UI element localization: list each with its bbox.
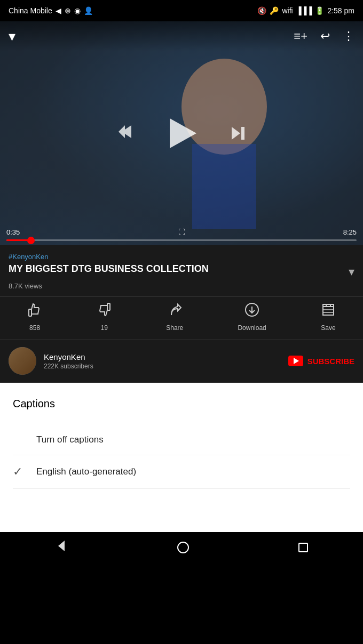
turn-off-caption-label: Turn off captions	[36, 434, 104, 445]
video-player[interactable]: ▾ ≡+ ↩ ⋮ 0:35 ⛶ 8:25	[0, 21, 363, 245]
progress-fill	[6, 239, 31, 241]
mute-icon: 🔇	[257, 6, 266, 15]
caption-turn-off[interactable]: Turn off captions	[13, 425, 350, 455]
thumbs-up-icon	[27, 302, 42, 321]
english-caption-label: English (auto-generated)	[36, 466, 136, 477]
download-icon	[244, 302, 259, 321]
channel-row: KenyonKen 222K subscribers SUBSCRIBE	[0, 340, 363, 383]
bottom-nav	[0, 532, 363, 563]
status-left: China Mobile ◀ ⊛ ◉ 👤	[9, 6, 93, 15]
save-button[interactable]: Save	[321, 302, 336, 332]
key-icon: 🔑	[270, 6, 279, 15]
share-label: Share	[166, 324, 183, 332]
like-button[interactable]: 858	[27, 302, 42, 332]
recents-button[interactable]	[286, 538, 321, 557]
msg-icon: ◉	[74, 6, 81, 15]
youtube-logo	[288, 356, 303, 366]
time-labels: 0:35 ⛶ 8:25	[6, 228, 357, 236]
svg-rect-4	[107, 303, 110, 310]
back-button[interactable]	[42, 535, 81, 560]
channel-avatar[interactable]	[9, 347, 36, 375]
svg-marker-0	[119, 125, 131, 138]
wechat-icon: ⊛	[65, 6, 71, 15]
share-button[interactable]: Share	[166, 302, 183, 332]
avatar-image	[9, 347, 36, 375]
total-time: 8:25	[343, 228, 357, 236]
expand-icon[interactable]: ▾	[342, 265, 354, 279]
thumbs-down-icon	[97, 302, 112, 321]
action-row: 858 19 Share Download	[0, 297, 363, 340]
save-label: Save	[321, 324, 335, 332]
view-count: 8.7K views	[9, 282, 354, 290]
home-circle	[177, 542, 189, 553]
video-title: MY BIGGEST DTG BUSINESS COLLECTION	[9, 263, 342, 275]
channel-subscribers: 222K subscribers	[44, 363, 288, 370]
more-options-icon[interactable]: ⋮	[343, 29, 354, 43]
home-button[interactable]	[164, 537, 202, 558]
carrier-text: China Mobile	[9, 6, 52, 15]
share-icon[interactable]: ↩	[320, 29, 330, 43]
skip-next-button[interactable]	[230, 125, 247, 142]
video-time-bar: 0:35 ⛶ 8:25	[0, 228, 363, 245]
chevron-down-icon[interactable]: ▾	[9, 28, 15, 45]
clock: 2:58 pm	[327, 6, 354, 15]
download-button[interactable]: Download	[238, 302, 266, 332]
nav-send-icon: ◀	[56, 6, 61, 15]
status-right: 🔇 🔑 wifi ▐▐▐ 🔋 2:58 pm	[257, 6, 354, 15]
checkmark-icon: ✓	[13, 465, 30, 479]
add-to-queue-icon[interactable]: ≡+	[294, 29, 307, 43]
battery-icon: 🔋	[315, 6, 324, 15]
progress-dot	[27, 237, 35, 244]
dislike-button[interactable]: 19	[97, 302, 112, 332]
playback-controls	[116, 117, 247, 149]
channel-name[interactable]: KenyonKen	[44, 352, 288, 361]
current-time: 0:35	[6, 228, 20, 236]
save-icon	[321, 302, 336, 321]
video-top-right-icons: ≡+ ↩ ⋮	[294, 29, 354, 43]
play-button[interactable]	[165, 117, 198, 149]
channel-info: KenyonKen 222K subscribers	[44, 352, 288, 370]
captions-title: Captions	[13, 398, 350, 410]
signal-icon: ▐▐▐	[296, 6, 312, 15]
svg-rect-2	[241, 127, 244, 140]
captions-sheet: Captions Turn off captions ✓ English (au…	[0, 383, 363, 532]
svg-marker-1	[232, 127, 240, 140]
dislike-count: 19	[100, 324, 107, 332]
progress-track[interactable]	[6, 239, 357, 241]
video-title-row: MY BIGGEST DTG BUSINESS COLLECTION ▾	[9, 263, 354, 279]
wifi-icon: wifi	[282, 6, 293, 15]
video-info-section: #KenyonKen MY BIGGEST DTG BUSINESS COLLE…	[0, 245, 363, 297]
video-top-bar: ▾ ≡+ ↩ ⋮	[0, 21, 363, 51]
fullscreen-icon[interactable]: ⛶	[178, 228, 185, 236]
avatar-icon: 👤	[84, 6, 93, 15]
download-label: Download	[238, 324, 266, 332]
share-icon-action	[167, 302, 182, 321]
yt-play-icon	[294, 358, 299, 364]
status-bar: China Mobile ◀ ⊛ ◉ 👤 🔇 🔑 wifi ▐▐▐ 🔋 2:58…	[0, 0, 363, 21]
channel-tag[interactable]: #KenyonKen	[9, 253, 354, 261]
subscribe-label: SUBSCRIBE	[307, 357, 354, 366]
svg-marker-8	[58, 541, 65, 551]
skip-back-button[interactable]	[116, 123, 133, 144]
svg-rect-3	[29, 309, 31, 316]
recents-square	[298, 543, 308, 552]
like-count: 858	[29, 324, 40, 332]
caption-english[interactable]: ✓ English (auto-generated)	[13, 455, 350, 489]
subscribe-button[interactable]: SUBSCRIBE	[288, 356, 354, 366]
